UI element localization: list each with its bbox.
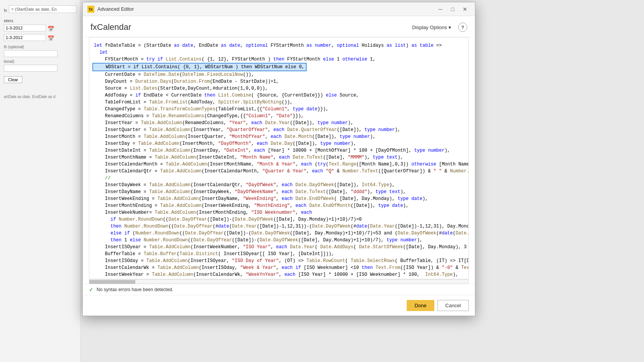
code-line: CurrentDate = DateTime.Date(DateTime.Fix…: [94, 71, 469, 78]
param-label-1: eters: [4, 18, 77, 23]
code-line: RenamedColumns = Table.RenameColumns(Cha…: [94, 113, 469, 120]
editor-wrapper: let fnDateTable = (StartDate as date, En…: [83, 37, 475, 284]
code-line: InsertDayName = Table.AddColumn(InsertDa…: [94, 188, 469, 195]
code-line: AddToday = if EndDate < CurrentDate then…: [94, 92, 469, 99]
holidays-label: tional): [4, 59, 77, 64]
code-line: InsertISOyear = Table.AddColumn(InsertWe…: [94, 244, 469, 251]
code-line: Source = List.Dates(StartDate,DayCount,#…: [94, 85, 469, 92]
display-options-arrow: ▾: [449, 25, 451, 30]
formula-bar: = (StartDate as date, En: [9, 5, 77, 13]
close-button[interactable]: ✕: [460, 5, 470, 14]
header-right: Display Options ▾ ?: [409, 23, 467, 32]
minimize-button[interactable]: ─: [435, 5, 446, 14]
code-line: //: [94, 175, 469, 182]
code-editor[interactable]: let fnDateTable = (StartDate as date, En…: [89, 37, 469, 279]
maximize-button[interactable]: □: [447, 5, 458, 14]
app-icon-label: fx: [89, 7, 93, 11]
formula-label: fx: [4, 8, 7, 13]
code-line: then Number.RoundDown((Date.DayOfYear(#d…: [94, 223, 469, 230]
fy-input[interactable]: [4, 50, 58, 57]
clear-button[interactable]: Clear: [4, 76, 22, 83]
editor-heading: fxCalendar: [90, 22, 131, 32]
code-line: InsertWeekNumber= Table.AddColumn(Insert…: [94, 209, 469, 216]
display-options-label: Display Options: [412, 25, 447, 30]
code-line: else if (Number.RoundDown((Date.DayOfYea…: [94, 230, 469, 237]
code-line: then 1 else Number.RoundDown((Date.DayOf…: [94, 237, 469, 244]
function-sig: artDate as date, EndDate as d: [4, 95, 77, 99]
horizontal-scrollbar[interactable]: [89, 279, 469, 284]
display-options-button[interactable]: Display Options ▾: [409, 23, 454, 32]
params-section: eters 📅 📅 th (optional) tional) Clear: [4, 18, 77, 83]
modal-title: Advanced Editor: [97, 6, 134, 12]
code-line: let fnDateTable = (StartDate as date, En…: [94, 42, 469, 49]
code-line: BufferTable = Table.Buffer(Table.Distinc…: [94, 251, 469, 257]
code-line: InsertWeekEnding = Table.AddColumn(Inser…: [94, 195, 469, 202]
code-line: InsertMonth = Table.AddColumn(InsertQuar…: [94, 133, 469, 140]
code-line: ChangedType = Table.TransformColumnTypes…: [94, 106, 469, 113]
app-icon: fx: [87, 6, 94, 13]
done-button[interactable]: Done: [407, 300, 434, 311]
start-date-input[interactable]: [4, 25, 46, 31]
code-line: if Number.RoundDown((Date.DayOfYear([Dat…: [94, 216, 469, 223]
code-line: InsertDayWeek = Table.AddColumn(InsertCa…: [94, 182, 469, 188]
status-bar: ✓ No syntax errors have been detected.: [83, 284, 475, 295]
status-check-icon: ✓: [89, 287, 94, 293]
cancel-button[interactable]: Cancel: [437, 300, 469, 311]
calendar-icon-1[interactable]: 📅: [48, 26, 54, 32]
code-content: let fnDateTable = (StartDate as date, En…: [89, 41, 469, 279]
h-scroll-thumb[interactable]: [89, 280, 135, 284]
modal-footer: Done Cancel: [83, 295, 475, 316]
code-line: InsertMonthEnding = Table.AddColumn(Inse…: [94, 202, 469, 209]
code-line: InsertCalendarWk = Table.AddColumn(Inser…: [94, 264, 469, 271]
code-line: InsertWeekYear = Table.AddColumn(InsertC…: [94, 271, 469, 278]
code-line: FYStartMonth = try if List.Contains( {1,…: [94, 56, 469, 63]
code-line: InsertDay = Table.AddColumn(InsertMonth,…: [94, 140, 469, 147]
code-line: DayCount = Duration.Days(Duration.From(E…: [94, 78, 469, 85]
code-line: InsertQuarter = Table.AddColumn(InsertYe…: [94, 126, 469, 133]
fy-label: th (optional): [4, 45, 77, 49]
code-line: InsertMonthName = Table.AddColumn(Insert…: [94, 154, 469, 161]
code-line: InsertYear = Table.AddColumn(RenamedColu…: [94, 120, 469, 126]
highlighted-line: WDStart = if List.Contains( {0, 1}, WDSt…: [92, 63, 307, 71]
code-line: InsertCalendarQtr = Table.AddColumn(Inse…: [94, 168, 469, 175]
code-line: let: [94, 49, 469, 56]
status-message: No syntax errors have been detected.: [97, 287, 173, 292]
code-line: InsertCalendarMonth = Table.AddColumn(In…: [94, 161, 469, 168]
help-button[interactable]: ?: [458, 23, 467, 32]
code-line: InsertISOday = Table.AddColumn(InsertISO…: [94, 257, 469, 264]
code-line: InsertDateInt = Table.AddColumn(InsertDa…: [94, 147, 469, 154]
code-line: TableFromList = Table.FromList(AddToday,…: [94, 99, 469, 106]
advanced-editor-modal: fx Advanced Editor ─ □ ✕ fxCalendar Disp…: [82, 2, 475, 316]
modal-titlebar: fx Advanced Editor ─ □ ✕: [83, 2, 475, 16]
background-panel: fx = (StartDate as date, En eters 📅 📅 th…: [0, 0, 80, 362]
titlebar-left: fx Advanced Editor: [87, 6, 134, 13]
modal-header: fxCalendar Display Options ▾ ?: [83, 16, 475, 37]
bg-content: fx = (StartDate as date, En eters 📅 📅 th…: [0, 0, 80, 103]
calendar-icon-2[interactable]: 📅: [48, 35, 54, 41]
titlebar-controls: ─ □ ✕: [435, 5, 470, 14]
holidays-input[interactable]: [4, 65, 58, 72]
end-date-input[interactable]: [4, 34, 46, 41]
